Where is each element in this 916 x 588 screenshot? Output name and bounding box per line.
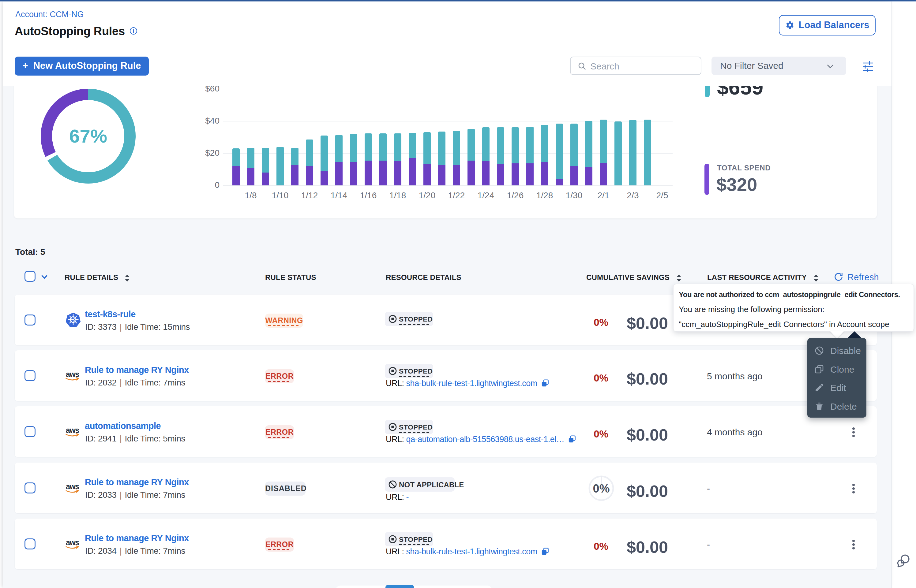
svg-text:aws: aws bbox=[66, 371, 79, 378]
svg-text:aws: aws bbox=[66, 540, 79, 547]
svg-text:aws: aws bbox=[66, 427, 79, 435]
svg-text:aws: aws bbox=[66, 483, 79, 491]
svg-text:0%: 0% bbox=[593, 482, 610, 495]
